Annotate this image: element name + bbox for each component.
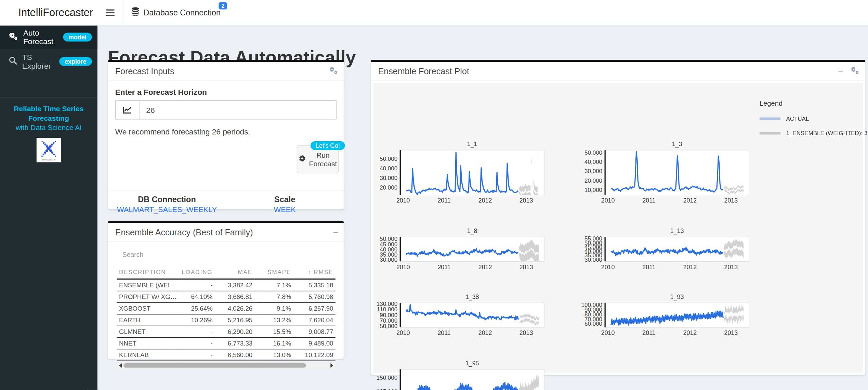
svg-text:90,000: 90,000 [380, 312, 397, 318]
svg-text:50,000: 50,000 [380, 156, 397, 162]
svg-text:2011: 2011 [437, 197, 450, 204]
svg-text:2011: 2011 [437, 329, 450, 336]
svg-text:2010: 2010 [396, 264, 410, 271]
column-header-description[interactable]: DESCRIPTION [117, 266, 176, 279]
scale-link[interactable]: WEEK [274, 206, 296, 214]
svg-text:55,000: 55,000 [584, 235, 602, 242]
run-forecast-label: Run Forecast [309, 151, 337, 168]
column-header-smape[interactable]: SMAPE [255, 266, 293, 279]
svg-text:150,000: 150,000 [377, 375, 397, 381]
svg-text:2013: 2013 [724, 197, 738, 204]
column-header-loading[interactable]: LOADING [176, 266, 215, 279]
sidebar-menu: Auto Forecast model TS Explorer explore [0, 25, 97, 74]
sidebar-item-label: TS Explorer [22, 53, 54, 70]
svg-text:125,000: 125,000 [377, 388, 397, 390]
scrollbar-thumb[interactable] [123, 363, 306, 368]
svg-text:2012: 2012 [478, 329, 492, 336]
svg-text:2010: 2010 [601, 329, 615, 336]
svg-text:130,000: 130,000 [377, 301, 397, 307]
scroll-right-arrow[interactable] [328, 362, 335, 369]
svg-text:1_95: 1_95 [465, 360, 479, 367]
gear-icon [299, 155, 306, 164]
svg-text:30,000: 30,000 [584, 168, 602, 174]
table-row: EARTH10.26%5,216.9513.2%7,620.04 [117, 314, 336, 326]
box-settings-icon[interactable] [850, 66, 860, 77]
svg-text:110,000: 110,000 [377, 306, 397, 313]
sidebar-item-label: Auto Forecast [23, 28, 58, 46]
collapse-icon[interactable]: − [838, 67, 843, 76]
app-title: IntelliForecaster [0, 0, 97, 25]
table-row: PROPHET W/ XG…64.10%3,666.817.8%5,760.98 [117, 291, 336, 303]
horizon-label: Enter a Forecast Horizon [115, 88, 337, 96]
svg-text:2011: 2011 [437, 264, 450, 271]
nav-database-connection[interactable]: Database Connection 2 [123, 0, 228, 25]
table-horizontal-scrollbar[interactable] [117, 362, 335, 369]
svg-text:2010: 2010 [601, 197, 615, 204]
svg-text:1_38: 1_38 [465, 294, 479, 301]
svg-text:100,000: 100,000 [581, 302, 602, 308]
svg-text:2013: 2013 [520, 329, 533, 336]
svg-text:2013: 2013 [724, 329, 738, 336]
forecast-inputs-title: Forecast Inputs [115, 66, 328, 76]
table-row: NNET-6,773.3316.1%9,489.00 [117, 338, 336, 349]
svg-text:1_3: 1_3 [672, 141, 682, 148]
svg-text:30,000: 30,000 [380, 175, 397, 181]
svg-text:2012: 2012 [683, 197, 697, 204]
sidebar-item-auto-forecast[interactable]: Auto Forecast model [0, 25, 97, 49]
accuracy-table: DESCRIPTIONLOADINGMAESMAPE↑ RMSE ENSEMBL… [117, 266, 336, 361]
svg-text:2013: 2013 [724, 264, 738, 271]
db-connection-link[interactable]: WALMART_SALES_WEEKLY [117, 206, 217, 214]
legend-item-ensemble[interactable]: 1_ENSEMBLE (WEIGHTED): 3 MODELS [760, 130, 868, 136]
scroll-left-arrow[interactable] [117, 362, 123, 369]
chart-line-icon [116, 101, 140, 119]
horizon-input[interactable] [140, 101, 336, 119]
column-header-rmse[interactable]: ↑ RMSE [293, 266, 336, 279]
top-header: IntelliForecaster Database Connection 2 [0, 0, 868, 25]
svg-text:1_1: 1_1 [467, 141, 477, 148]
box-settings-icon[interactable] [328, 66, 338, 77]
svg-text:10,000: 10,000 [584, 187, 602, 193]
plot-legend: Legend ACTUAL 1_ENSEMBLE (WEIGHTED): 3 M… [760, 100, 868, 136]
database-connection-badge: 2 [219, 2, 227, 9]
legend-item-label: ACTUAL [786, 115, 809, 122]
actual-swatch [760, 117, 781, 120]
table-search-input[interactable] [117, 249, 233, 261]
sidebar-item-badge: explore [59, 57, 92, 66]
column-header-mae[interactable]: MAE [215, 266, 255, 279]
ensemble-accuracy-title: Ensemble Accuracy (Best of Family) [115, 227, 333, 237]
sidebar-divider [0, 97, 97, 98]
database-icon [131, 7, 140, 18]
search-icon [9, 56, 17, 67]
forecast-inputs-box: Forecast Inputs Enter a Forecast Horizon… [108, 60, 344, 209]
ensemble-accuracy-box: Ensemble Accuracy (Best of Family) − DES… [108, 221, 344, 359]
svg-text:20,000: 20,000 [584, 178, 602, 184]
legend-item-actual[interactable]: ACTUAL [760, 115, 868, 122]
svg-text:2012: 2012 [478, 264, 492, 271]
svg-text:20,000: 20,000 [380, 184, 397, 191]
svg-text:1_8: 1_8 [467, 228, 477, 235]
svg-text:2010: 2010 [396, 329, 410, 336]
sidebar-toggle-button[interactable] [97, 0, 123, 25]
ensemble-forecast-plot-box: Ensemble Forecast Plot − Legend ACTUAL [371, 60, 865, 375]
tagline-line1: Reliable Time Series Forecasting [0, 104, 97, 123]
run-forecast-button[interactable]: Run Forecast Let's Go! [297, 145, 339, 173]
ensemble-swatch [760, 131, 781, 134]
tagline-line2: with Data Science AI [0, 123, 97, 132]
legend-title: Legend [760, 100, 868, 107]
sidebar-item-ts-explorer[interactable]: TS Explorer explore [0, 49, 97, 74]
svg-text:2013: 2013 [520, 264, 533, 271]
dsai-logo: DATA SCIENCE AI [37, 138, 61, 162]
dsai-logo-caption: DATA SCIENCE AI [42, 159, 55, 161]
svg-text:2011: 2011 [642, 329, 655, 336]
svg-text:2012: 2012 [683, 264, 697, 271]
app-root: IntelliForecaster Database Connection 2 … [0, 0, 868, 390]
table-row: ENSEMBLE (WEI…-3,382.427.1%5,335.18 [117, 279, 336, 291]
inputs-box-footer: DB Connection WALMART_SALES_WEEKLY Scale… [108, 190, 344, 214]
svg-text:1_93: 1_93 [670, 294, 684, 301]
main-content: Forecast Data Automatically Forecast Inp… [97, 25, 868, 390]
svg-text:40,000: 40,000 [380, 165, 397, 172]
collapse-icon[interactable]: − [333, 228, 338, 237]
scale-label: Scale [226, 195, 344, 204]
svg-text:50,000: 50,000 [380, 236, 397, 242]
horizon-input-group [115, 100, 337, 120]
